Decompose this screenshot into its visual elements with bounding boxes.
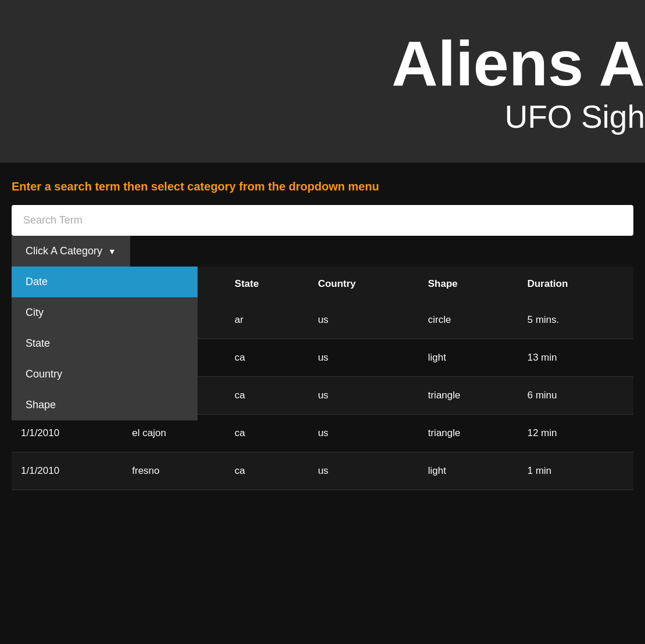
cell-country: us [309, 452, 418, 490]
cell-shape: triangle [418, 415, 518, 452]
cell-duration: 12 min [518, 415, 633, 452]
chevron-down-icon: ▼ [108, 247, 116, 256]
cell-country: us [309, 301, 418, 339]
col-header-shape: Shape [418, 267, 518, 301]
search-section [12, 205, 633, 236]
search-instruction: Enter a search term then select category… [12, 180, 633, 193]
header-title: Aliens A [392, 28, 645, 98]
dropdown-item-date[interactable]: Date [12, 267, 198, 297]
cell-state: ca [225, 339, 309, 377]
dropdown-wrapper: Click A Category ▼ Date City State Count… [12, 236, 633, 267]
header-subtitle: UFO Sigh [505, 98, 645, 135]
cell-duration: 13 min [518, 339, 633, 377]
cell-duration: 1 min [518, 452, 633, 490]
cell-state: ca [225, 415, 309, 452]
cell-state: ca [225, 452, 309, 490]
main-content: Enter a search term then select category… [0, 163, 645, 508]
col-header-state: State [225, 267, 309, 301]
cell-shape: circle [418, 301, 518, 339]
col-header-country: Country [309, 267, 418, 301]
cell-state: ar [225, 301, 309, 339]
dropdown-container: Click A Category ▼ Date City State Count… [12, 236, 130, 267]
cell-shape: light [418, 452, 518, 490]
cell-shape: light [418, 339, 518, 377]
dropdown-label: Click A Category [26, 245, 102, 257]
dropdown-item-shape[interactable]: Shape [12, 390, 198, 420]
dropdown-item-city[interactable]: City [12, 297, 198, 328]
cell-state: ca [225, 377, 309, 415]
header: Aliens A UFO Sigh [0, 0, 645, 163]
cell-country: us [309, 339, 418, 377]
cell-shape: triangle [418, 377, 518, 415]
cell-city: fresno [123, 452, 225, 490]
cell-country: us [309, 377, 418, 415]
table-row: 1/1/2010 fresno ca us light 1 min [12, 452, 633, 490]
cell-country: us [309, 415, 418, 452]
dropdown-item-country[interactable]: Country [12, 359, 198, 390]
overlay-area: Click A Category ▼ Date City State Count… [12, 236, 633, 490]
dropdown-item-state[interactable]: State [12, 328, 198, 359]
col-header-duration: Duration [518, 267, 633, 301]
dropdown-menu: Date City State Country Shape [12, 267, 198, 420]
cell-duration: 6 minu [518, 377, 633, 415]
cell-duration: 5 mins. [518, 301, 633, 339]
category-dropdown-button[interactable]: Click A Category ▼ [12, 236, 130, 267]
search-input[interactable] [12, 205, 633, 236]
cell-date: 1/1/2010 [12, 452, 123, 490]
